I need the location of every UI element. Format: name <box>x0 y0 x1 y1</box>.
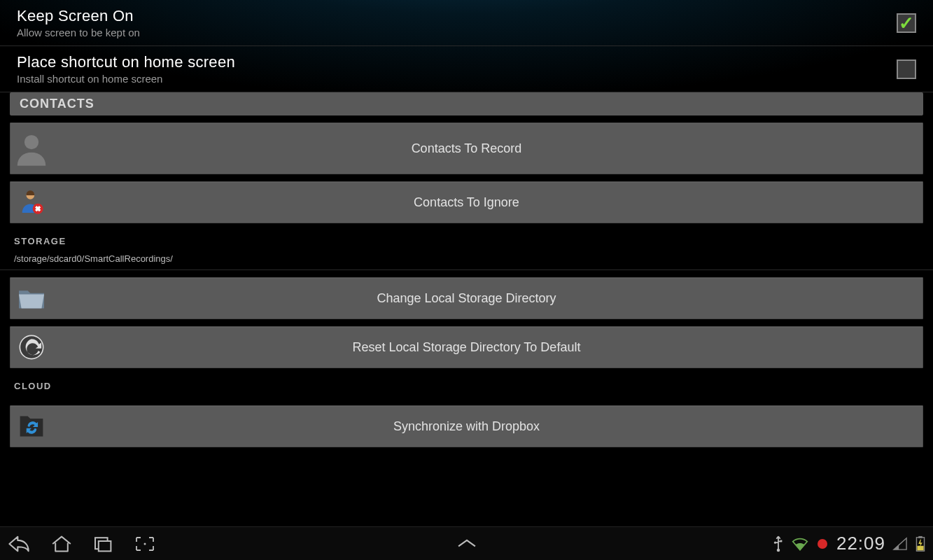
button-label: Contacts To Ignore <box>52 195 923 210</box>
pref-place-shortcut[interactable]: Place shortcut on home screen Install sh… <box>0 46 933 92</box>
section-header-cloud: CLOUD <box>0 368 933 398</box>
wifi-icon <box>792 536 808 552</box>
home-icon[interactable] <box>50 534 73 554</box>
button-label: Change Local Storage Directory <box>52 291 923 306</box>
section-header-contacts: CONTACTS <box>10 92 923 115</box>
storage-path: /storage/sdcard0/SmartCallRecordings/ <box>0 253 933 270</box>
pref-keep-screen-on[interactable]: Keep Screen On Allow screen to be kept o… <box>0 0 933 46</box>
system-navigation-bar: 22:09 <box>0 526 933 560</box>
usb-icon <box>772 535 785 553</box>
record-indicator-icon <box>815 537 829 551</box>
svg-point-10 <box>774 541 776 543</box>
pref-title: Place shortcut on home screen <box>17 53 897 71</box>
checkbox-icon[interactable] <box>897 13 916 33</box>
svg-point-9 <box>777 548 780 552</box>
svg-rect-7 <box>99 541 111 551</box>
button-label: Contacts To Record <box>52 141 923 156</box>
pref-title: Keep Screen On <box>17 7 897 25</box>
svg-point-8 <box>144 542 146 545</box>
section-header-storage: STORAGE <box>0 223 933 253</box>
contacts-to-ignore-button[interactable]: Contacts To Ignore <box>10 181 923 223</box>
sync-dropbox-button[interactable]: Synchronize with Dropbox <box>10 405 923 447</box>
change-storage-dir-button[interactable]: Change Local Storage Directory <box>10 277 923 319</box>
section-header-label: CONTACTS <box>20 97 94 111</box>
status-clock: 22:09 <box>836 533 885 554</box>
signal-icon <box>892 537 908 551</box>
screenshot-icon[interactable] <box>134 534 155 554</box>
reset-storage-dir-button[interactable]: Reset Local Storage Directory To Default <box>10 326 923 368</box>
svg-point-0 <box>24 135 38 149</box>
pref-subtitle: Install shortcut on home screen <box>17 73 897 85</box>
battery-charging-icon <box>915 536 926 552</box>
svg-rect-14 <box>918 536 923 538</box>
button-label: Reset Local Storage Directory To Default <box>52 340 923 355</box>
back-icon[interactable] <box>7 534 31 554</box>
svg-point-12 <box>818 539 827 549</box>
svg-rect-11 <box>780 540 783 542</box>
refresh-icon <box>10 333 52 361</box>
expand-notifications-icon[interactable] <box>455 538 479 550</box>
person-blocked-icon <box>10 188 52 216</box>
contacts-to-record-button[interactable]: Contacts To Record <box>10 122 923 174</box>
button-label: Synchronize with Dropbox <box>52 419 923 434</box>
folder-icon <box>10 286 52 311</box>
checkbox-icon[interactable] <box>897 59 916 79</box>
sync-folder-icon <box>10 412 52 440</box>
person-silhouette-icon <box>10 130 52 167</box>
recent-apps-icon[interactable] <box>92 534 115 554</box>
svg-rect-15 <box>917 545 923 550</box>
pref-subtitle: Allow screen to be kept on <box>17 27 897 38</box>
